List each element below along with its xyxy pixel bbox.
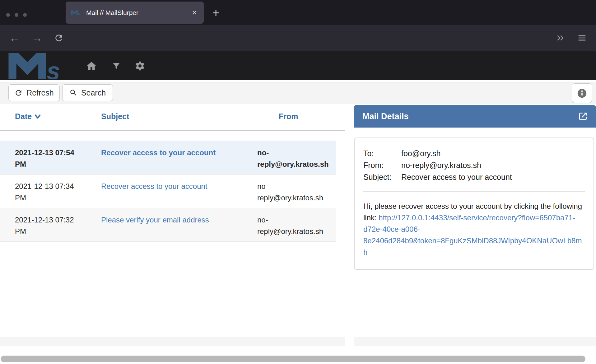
mail-row-subject-link[interactable]: Please verify your email address (89, 208, 247, 241)
overflow-chevrons-icon (555, 33, 566, 43)
mail-details-header: Mail Details (354, 105, 596, 128)
to-value: foo@ory.sh (401, 147, 440, 159)
recovery-link[interactable]: http://127.0.0.1:4433/self-service/recov… (363, 213, 582, 256)
info-icon (577, 88, 587, 99)
overflow-button[interactable] (553, 25, 567, 51)
mailslurper-favicon: s (71, 9, 82, 17)
app-header: s (0, 51, 596, 80)
search-button[interactable]: Search (62, 84, 113, 101)
menu-button[interactable] (574, 25, 590, 51)
mail-row-date: 2021-12-13 07:54 PM (0, 141, 89, 174)
refresh-button[interactable]: Refresh (8, 84, 60, 101)
mailslurper-logo[interactable]: s (7, 53, 70, 79)
subject-label: Subject: (363, 171, 401, 183)
list-footer-strip (0, 338, 345, 346)
window-close-button[interactable] (6, 13, 10, 17)
search-button-label: Search (81, 88, 106, 97)
details-footer-strip (354, 338, 596, 346)
new-tab-button[interactable]: + (212, 7, 219, 19)
refresh-icon (14, 89, 23, 97)
info-button[interactable] (572, 83, 592, 103)
gear-icon (135, 61, 145, 71)
detail-to-row: To: foo@ory.sh (363, 147, 585, 159)
settings-nav-button[interactable] (133, 51, 147, 81)
menu-icon (577, 33, 587, 43)
mail-row-from: no-reply@ory.kratos.sh (247, 141, 336, 174)
horizontal-scrollbar[interactable] (1, 356, 585, 362)
detail-subject-row: Subject: Recover access to your account (363, 171, 585, 183)
browser-tab[interactable]: s Mail // MailSlurper × (66, 2, 204, 24)
reload-button[interactable] (52, 25, 66, 51)
mail-details-card: To: foo@ory.sh From: no-reply@ory.kratos… (354, 138, 594, 270)
mail-row[interactable]: 2021-12-13 07:34 PM Recover access to yo… (0, 175, 336, 208)
sort-chevron-down-icon (35, 114, 41, 119)
mail-details-title: Mail Details (362, 112, 409, 121)
mail-row-subject-link[interactable]: Recover access to your account (89, 141, 247, 174)
home-icon (86, 60, 97, 72)
to-label: To: (363, 147, 401, 159)
mail-row-subject-link[interactable]: Recover access to your account (89, 175, 247, 208)
window-zoom-button[interactable] (23, 13, 27, 17)
mailslurper-window: s Mail // MailSlurper × + ← → 127.0.0.1:… (0, 0, 596, 364)
mail-list-header: Date Subject From (0, 112, 336, 121)
column-header-from[interactable]: From (247, 112, 336, 121)
mail-row-from: no-reply@ory.kratos.sh (247, 175, 336, 208)
mail-list-body: 2021-12-13 07:54 PM Recover access to yo… (0, 141, 336, 242)
browser-tab-strip: s Mail // MailSlurper × + (0, 0, 596, 25)
svg-text:s: s (47, 58, 60, 79)
home-nav-button[interactable] (85, 51, 98, 81)
panel-divider (345, 130, 345, 338)
search-icon (69, 89, 77, 97)
column-header-date[interactable]: Date (0, 112, 89, 121)
mail-body: Hi, please recover access to your accoun… (363, 200, 585, 258)
from-label: From: (363, 159, 401, 171)
details-divider (363, 191, 585, 192)
mail-row-date: 2021-12-13 07:34 PM (0, 175, 89, 208)
mail-row[interactable]: 2021-12-13 07:32 PM Please verify your e… (0, 208, 336, 242)
column-header-subject[interactable]: Subject (89, 112, 247, 121)
svg-text:s: s (78, 11, 81, 16)
subject-value: Recover access to your account (401, 171, 512, 183)
mail-row-date: 2021-12-13 07:32 PM (0, 208, 89, 241)
browser-nav-bar: ← → 127.0.0.1:4436/# 90% (0, 25, 596, 51)
mail-row-from: no-reply@ory.kratos.sh (247, 208, 336, 241)
external-link-icon (578, 111, 588, 121)
refresh-button-label: Refresh (26, 88, 54, 97)
window-minimize-button[interactable] (15, 13, 18, 17)
forward-button[interactable]: → (30, 25, 44, 51)
back-button[interactable]: ← (7, 25, 22, 51)
filter-icon (112, 61, 121, 71)
filter-nav-button[interactable] (109, 51, 123, 81)
reload-icon (54, 33, 64, 43)
detail-from-row: From: no-reply@ory.kratos.sh (363, 159, 585, 171)
from-value: no-reply@ory.kratos.sh (401, 159, 481, 171)
tab-title: Mail // MailSlurper (86, 9, 138, 16)
header-divider (0, 130, 345, 131)
close-tab-icon[interactable]: × (192, 8, 197, 17)
open-mail-external-button[interactable] (578, 111, 588, 123)
mail-row[interactable]: 2021-12-13 07:54 PM Recover access to yo… (0, 141, 336, 175)
